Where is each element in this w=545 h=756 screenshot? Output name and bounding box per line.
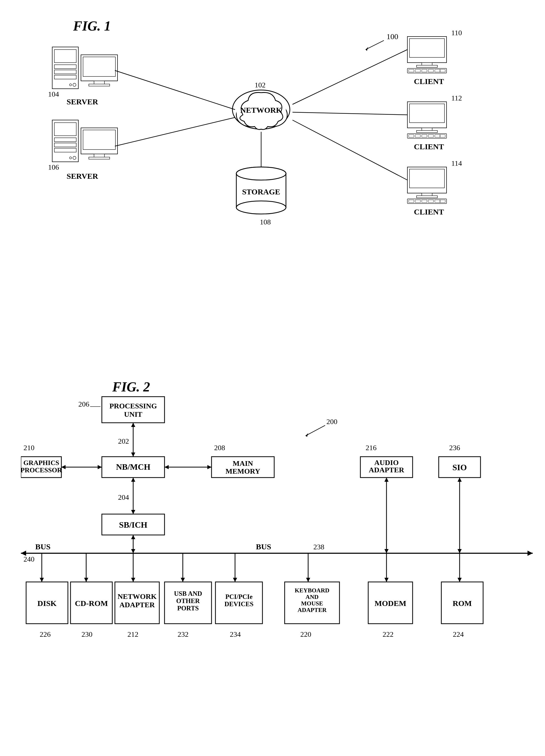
svg-text:106: 106 bbox=[48, 163, 59, 171]
svg-marker-144 bbox=[458, 549, 462, 553]
svg-point-13 bbox=[236, 167, 286, 180]
svg-rect-43 bbox=[410, 39, 445, 57]
svg-rect-20 bbox=[54, 75, 76, 79]
svg-rect-26 bbox=[89, 84, 110, 86]
svg-text:ROM: ROM bbox=[453, 599, 472, 608]
svg-text:DISK: DISK bbox=[37, 599, 57, 608]
svg-text:MEMORY: MEMORY bbox=[225, 467, 260, 475]
svg-text:CLIENT: CLIENT bbox=[414, 77, 444, 86]
svg-line-82 bbox=[115, 117, 235, 146]
svg-marker-183 bbox=[384, 578, 389, 582]
svg-marker-188 bbox=[458, 578, 462, 582]
svg-text:FIG. 2: FIG. 2 bbox=[112, 379, 150, 394]
svg-text:SERVER: SERVER bbox=[67, 172, 98, 180]
svg-marker-97 bbox=[131, 423, 135, 427]
svg-text:CLIENT: CLIENT bbox=[414, 207, 444, 216]
svg-text:ADAPTER: ADAPTER bbox=[119, 601, 155, 609]
svg-text:MAIN: MAIN bbox=[233, 459, 253, 467]
svg-text:NB/MCH: NB/MCH bbox=[116, 462, 150, 472]
svg-text:PORTS: PORTS bbox=[177, 605, 199, 612]
page: FIG. 1 100 NETWORK 102 bbox=[0, 0, 545, 756]
svg-text:PCI/PCIe: PCI/PCIe bbox=[225, 593, 252, 600]
svg-marker-2 bbox=[366, 47, 368, 51]
svg-marker-175 bbox=[306, 578, 310, 582]
svg-marker-169 bbox=[233, 578, 237, 582]
svg-rect-24 bbox=[83, 57, 115, 76]
svg-text:MOUSE: MOUSE bbox=[301, 600, 323, 607]
svg-text:112: 112 bbox=[451, 94, 462, 102]
svg-rect-19 bbox=[54, 70, 76, 74]
svg-text:MODEM: MODEM bbox=[375, 599, 406, 608]
svg-text:238: 238 bbox=[314, 543, 324, 551]
svg-text:NETWORK: NETWORK bbox=[240, 106, 282, 114]
svg-marker-140 bbox=[384, 478, 389, 482]
svg-text:232: 232 bbox=[177, 630, 188, 638]
fig2-diagram: FIG. 2 200 PROCESSING UNIT 206 202 NB/MC… bbox=[21, 376, 543, 756]
svg-text:ADAPTER: ADAPTER bbox=[298, 607, 327, 613]
svg-marker-137 bbox=[131, 549, 135, 553]
svg-text:ADAPTER: ADAPTER bbox=[369, 466, 404, 474]
svg-marker-156 bbox=[131, 578, 135, 582]
svg-marker-124 bbox=[131, 510, 135, 514]
fig1-section: FIG. 1 100 NETWORK 102 bbox=[21, 16, 524, 355]
svg-rect-45 bbox=[417, 65, 437, 67]
svg-text:236: 236 bbox=[449, 444, 460, 452]
svg-text:PROCESSING: PROCESSING bbox=[109, 402, 157, 410]
svg-line-84 bbox=[293, 50, 407, 104]
svg-text:222: 222 bbox=[383, 630, 394, 638]
svg-point-12 bbox=[236, 201, 286, 214]
svg-marker-131 bbox=[528, 551, 533, 556]
svg-text:OTHER: OTHER bbox=[176, 597, 200, 604]
svg-text:DEVICES: DEVICES bbox=[224, 600, 253, 608]
svg-marker-143 bbox=[458, 478, 462, 482]
svg-rect-17 bbox=[54, 50, 76, 63]
svg-text:202: 202 bbox=[118, 437, 129, 445]
svg-text:226: 226 bbox=[40, 630, 51, 638]
svg-rect-32 bbox=[54, 143, 76, 147]
svg-text:STORAGE: STORAGE bbox=[242, 187, 280, 196]
svg-text:AUDIO: AUDIO bbox=[374, 459, 399, 467]
svg-marker-125 bbox=[131, 478, 135, 482]
svg-text:BUS: BUS bbox=[35, 542, 50, 551]
svg-text:216: 216 bbox=[366, 444, 377, 452]
svg-rect-33 bbox=[54, 148, 76, 152]
svg-marker-110 bbox=[98, 465, 102, 469]
svg-text:102: 102 bbox=[254, 81, 265, 89]
svg-text:SIO: SIO bbox=[452, 463, 467, 472]
svg-line-86 bbox=[293, 120, 407, 180]
svg-text:200: 200 bbox=[327, 418, 338, 426]
svg-text:220: 220 bbox=[300, 630, 311, 638]
svg-text:SERVER: SERVER bbox=[67, 97, 98, 106]
svg-text:230: 230 bbox=[81, 630, 92, 638]
svg-text:206: 206 bbox=[78, 400, 89, 408]
svg-marker-104 bbox=[207, 465, 211, 469]
svg-marker-146 bbox=[40, 578, 44, 582]
svg-rect-71 bbox=[417, 196, 437, 198]
svg-marker-90 bbox=[306, 433, 308, 437]
svg-text:SB/ICH: SB/ICH bbox=[119, 520, 147, 529]
svg-rect-30 bbox=[54, 123, 76, 136]
svg-rect-31 bbox=[54, 138, 76, 142]
svg-text:KEYBOARD: KEYBOARD bbox=[295, 587, 330, 594]
svg-text:234: 234 bbox=[230, 630, 241, 638]
svg-text:AND: AND bbox=[306, 594, 319, 600]
svg-text:CD-ROM: CD-ROM bbox=[75, 599, 108, 608]
svg-text:100: 100 bbox=[387, 32, 398, 41]
svg-text:NETWORK: NETWORK bbox=[117, 592, 157, 600]
svg-text:204: 204 bbox=[118, 493, 129, 501]
svg-text:CLIENT: CLIENT bbox=[414, 142, 444, 151]
svg-text:224: 224 bbox=[453, 630, 464, 638]
svg-marker-162 bbox=[181, 578, 185, 582]
svg-marker-141 bbox=[384, 549, 389, 553]
svg-marker-151 bbox=[84, 578, 88, 582]
svg-line-89 bbox=[306, 425, 325, 436]
svg-text:210: 210 bbox=[23, 444, 34, 452]
svg-marker-98 bbox=[131, 453, 135, 457]
svg-text:PROCESSOR: PROCESSOR bbox=[21, 466, 62, 474]
svg-text:240: 240 bbox=[23, 555, 34, 563]
svg-text:110: 110 bbox=[451, 29, 462, 37]
svg-text:114: 114 bbox=[451, 159, 462, 167]
svg-rect-37 bbox=[83, 130, 115, 150]
svg-rect-18 bbox=[54, 65, 76, 69]
svg-text:108: 108 bbox=[260, 218, 271, 226]
